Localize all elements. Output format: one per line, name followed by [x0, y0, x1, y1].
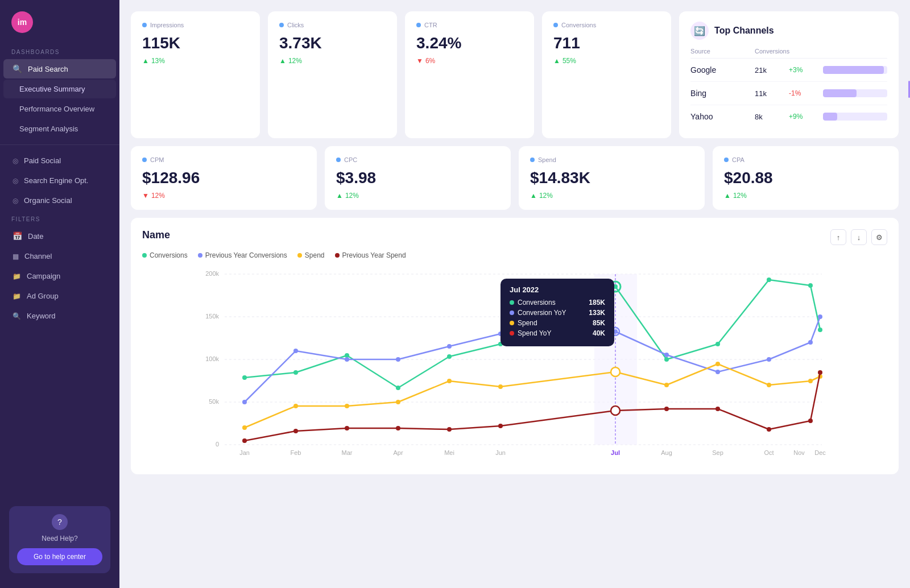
top-channels-card: 🔄 Top Channels Source Conversions Google…	[679, 11, 899, 138]
tooltip-month: Jul 2022	[510, 285, 605, 294]
metric-card-cpm: CPM $128.96 ▼ 12%	[131, 146, 317, 210]
metric-dot	[530, 158, 535, 162]
tooltip-text: Conversion YoY	[518, 309, 566, 317]
sidebar: im DASHBOARDS 🔍 Paid Search Executive Su…	[0, 0, 119, 588]
channel-bar	[823, 66, 884, 74]
app-logo: im	[11, 11, 33, 33]
svg-text:150k: 150k	[205, 313, 219, 320]
sidebar-item-campaign[interactable]: 📁 Campaign	[3, 267, 116, 285]
conversions-label: Conversions	[755, 48, 789, 55]
metric-label: Impressions	[142, 22, 249, 28]
svg-text:0: 0	[216, 441, 219, 448]
svg-point-58	[715, 362, 720, 366]
svg-point-55	[498, 384, 503, 389]
svg-text:Feb: Feb	[291, 449, 301, 456]
metric-card-clicks: Clicks 3.73K ▲ 12%	[268, 11, 397, 138]
sidebar-item-executive-summary[interactable]: Executive Summary	[3, 80, 116, 98]
svg-point-62	[242, 438, 247, 443]
metric-label: CPM	[142, 156, 305, 163]
sidebar-item-paid-social[interactable]: ◎ Paid Social	[3, 151, 116, 170]
settings-button[interactable]: ⚙	[871, 229, 887, 245]
sidebar-item-label: Ad Group	[27, 292, 59, 300]
metric-change: ▲ 12%	[336, 192, 499, 200]
svg-point-37	[242, 400, 247, 404]
arrow-up-icon: ▲	[279, 57, 286, 65]
go-to-help-center-button[interactable]: Go to help center	[17, 548, 102, 565]
metric-value: $3.98	[336, 169, 499, 187]
metrics-top-grid: Impressions 115K ▲ 13% Clicks 3.73K ▲ 12…	[131, 11, 899, 138]
chart-area: 200k 150k 100k 50k 0 Jan Feb Mar A	[142, 267, 887, 463]
sidebar-item-label: Date	[28, 232, 43, 241]
svg-point-45	[664, 353, 669, 357]
calendar-icon: 📅	[13, 231, 22, 241]
sidebar-item-channel[interactable]: ▦ Channel	[3, 247, 116, 266]
svg-point-50	[242, 425, 247, 430]
sidebar-item-keyword[interactable]: 🔍 Keyword	[3, 307, 116, 325]
tooltip-text: Spend	[518, 319, 537, 327]
sidebar-item-segment-analysis[interactable]: Segment Analysis	[3, 119, 116, 138]
legend-label: Spend	[305, 251, 325, 259]
channel-name: Bing	[690, 89, 755, 98]
sidebar-item-label: Organic Social	[24, 196, 72, 205]
metric-name: CPM	[150, 156, 164, 163]
tooltip-value: 40K	[593, 329, 605, 337]
legend-label: Conversions	[150, 251, 188, 259]
channel-bar	[823, 89, 857, 97]
metric-change: ▲ 55%	[553, 57, 660, 65]
search-icon: 🔍	[13, 64, 22, 73]
metric-change: ▼ 6%	[416, 57, 523, 65]
svg-point-72	[808, 419, 813, 423]
legend-item-prev-conversions: Previous Year Conversions	[198, 251, 287, 259]
legend-dot	[198, 253, 202, 258]
sidebar-item-performance-overview[interactable]: Performance Overview	[3, 100, 116, 118]
arrow-up-icon: ▲	[530, 192, 537, 200]
svg-point-59	[767, 383, 771, 387]
svg-text:Mar: Mar	[342, 449, 353, 456]
metric-dot	[416, 23, 421, 27]
svg-text:200k: 200k	[205, 270, 219, 277]
legend-dot	[142, 253, 147, 258]
legend-item-conversions: Conversions	[142, 251, 188, 259]
arrow-up-icon: ▲	[336, 192, 343, 200]
sidebar-item-paid-search[interactable]: 🔍 Paid Search	[3, 59, 116, 78]
sidebar-item-search-engine-opt[interactable]: ◎ Search Engine Opt.	[3, 171, 116, 190]
channel-row-bing: Bing 11k -1%	[690, 82, 887, 105]
upload-button[interactable]: ↑	[830, 229, 846, 245]
logo-area: im	[0, 0, 119, 39]
sidebar-item-ad-group[interactable]: 📁 Ad Group	[3, 287, 116, 305]
metric-value: 3.24%	[416, 34, 523, 52]
svg-point-49	[818, 314, 822, 319]
need-help-text: Need Help?	[17, 535, 102, 543]
svg-point-67	[498, 424, 503, 428]
dashboards-label: DASHBOARDS	[0, 39, 119, 59]
svg-point-73	[818, 370, 822, 375]
svg-point-69	[664, 407, 669, 411]
metric-name: Clicks	[287, 22, 304, 28]
svg-point-71	[767, 427, 771, 432]
svg-point-68	[611, 406, 620, 415]
tooltip-row-conversions: Conversions 185K	[510, 299, 605, 307]
svg-point-24	[242, 375, 247, 380]
svg-point-57	[664, 383, 669, 387]
organic-social-icon: ◎	[13, 197, 18, 205]
need-help-box: ? Need Help? Go to help center	[9, 506, 110, 573]
svg-point-51	[293, 404, 298, 408]
svg-point-48	[808, 340, 813, 345]
download-button[interactable]: ↓	[851, 229, 867, 245]
paid-social-icon: ◎	[13, 157, 18, 165]
tooltip-label: Conversions	[510, 299, 556, 307]
metric-card-impressions: Impressions 115K ▲ 13%	[131, 11, 260, 138]
channel-bar-container	[823, 89, 887, 97]
channel-name: Google	[690, 65, 755, 74]
sidebar-item-date[interactable]: 📅 Date	[3, 226, 116, 246]
svg-point-65	[396, 426, 400, 430]
campaign-icon: 📁	[13, 272, 21, 280]
metric-value: 115K	[142, 34, 249, 52]
svg-text:Dec: Dec	[814, 449, 826, 456]
metric-change-value: 12%	[288, 57, 302, 65]
svg-text:Jul: Jul	[611, 449, 620, 456]
channels-col-headers: Source Conversions	[690, 48, 887, 59]
sidebar-item-organic-social[interactable]: ◎ Organic Social	[3, 191, 116, 210]
legend-label: Previous Year Spend	[342, 251, 406, 259]
tooltip-row-spend-yoy: Spend YoY 40K	[510, 329, 605, 337]
